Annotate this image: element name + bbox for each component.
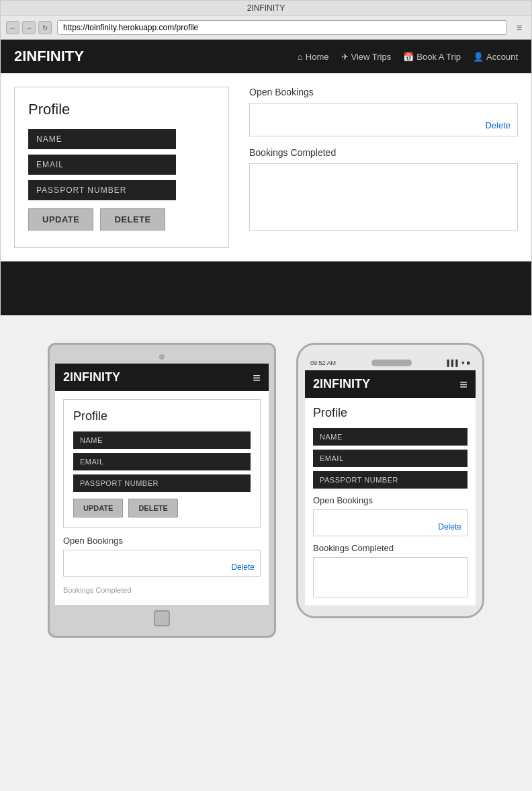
browser-title-bar: 2INFINITY [1, 1, 531, 16]
update-button[interactable]: UPDATE [28, 208, 93, 231]
tablet-completed-label: Bookings Completed [63, 583, 261, 597]
tablet-mockup: 2INFINITY ≡ Profile NAME EMAIL PASSPORT … [48, 343, 276, 638]
phone-passport-field[interactable]: PASSPORT NUMBER [313, 471, 468, 489]
trips-icon: ✈ [341, 52, 349, 62]
section-divider [0, 316, 532, 329]
tablet-passport-field[interactable]: PASSPORT NUMBER [73, 474, 251, 492]
phone-hamburger-icon[interactable]: ≡ [459, 378, 468, 391]
phone-booking-box: Delete [313, 509, 468, 536]
profile-page: Profile NAME EMAIL PASSPORT NUMBER UPDAT… [1, 73, 531, 261]
phone-email-field[interactable]: EMAIL [313, 450, 468, 467]
tablet-camera [159, 354, 165, 360]
browser-nav-buttons: ← → ↻ [6, 21, 52, 34]
tablet-profile-card: Profile NAME EMAIL PASSPORT NUMBER UPDAT… [63, 399, 261, 528]
open-bookings-label: Open Bookings [249, 87, 518, 97]
footer-area [1, 261, 531, 315]
delete-profile-button[interactable]: DELETE [100, 208, 165, 231]
tablet-update-button[interactable]: UPDATE [73, 499, 123, 517]
delete-booking-link[interactable]: Delete [485, 120, 511, 130]
site-logo: 2INFINITY [14, 48, 84, 65]
phone-completed-box [313, 557, 468, 597]
phone-logo: 2INFINITY [313, 377, 370, 391]
name-field[interactable]: NAME [28, 129, 176, 149]
browser-menu-button[interactable]: ≡ [513, 21, 526, 34]
browser-window: 2INFINITY ← → ↻ ≡ 2INFINITY ⌂Home ✈View … [0, 0, 532, 316]
phone-header: 2INFINITY ≡ [305, 370, 476, 398]
email-field[interactable]: EMAIL [28, 155, 176, 175]
passport-field[interactable]: PASSPORT NUMBER [28, 180, 176, 200]
tablet-home-button[interactable] [154, 610, 170, 626]
tablet-logo: 2INFINITY [63, 370, 120, 384]
tablet-profile-title: Profile [73, 409, 251, 423]
website-content: 2INFINITY ⌂Home ✈View Trips 📅Book A Trip… [1, 40, 531, 315]
nav-account[interactable]: 👤Account [473, 52, 518, 62]
mobile-views: 2INFINITY ≡ Profile NAME EMAIL PASSPORT … [0, 329, 532, 651]
phone-mockup: 09:52 AM ▌▌▌ ▾ ■ 2INFINITY ≡ Profile NAM… [296, 343, 484, 618]
account-icon: 👤 [473, 52, 484, 62]
nav-home[interactable]: ⌂Home [298, 52, 329, 62]
phone-signal: ▌▌▌ ▾ ■ [447, 360, 470, 366]
phone-name-field[interactable]: NAME [313, 428, 468, 446]
tablet-hamburger-icon[interactable]: ≡ [253, 371, 261, 384]
phone-profile-title: Profile [313, 406, 468, 420]
site-nav: ⌂Home ✈View Trips 📅Book A Trip 👤Account [298, 52, 518, 62]
tablet-booking-box: Delete [63, 550, 261, 577]
profile-title: Profile [28, 101, 215, 118]
phone-delete-link[interactable]: Delete [438, 522, 461, 532]
phone-open-bookings-label: Open Bookings [313, 495, 468, 505]
phone-notch [371, 360, 412, 366]
phone-screen: 2INFINITY ≡ Profile NAME EMAIL PASSPORT … [305, 370, 476, 606]
browser-toolbar: ← → ↻ ≡ [1, 16, 531, 40]
site-header: 2INFINITY ⌂Home ✈View Trips 📅Book A Trip… [1, 40, 531, 73]
tablet-name-field[interactable]: NAME [73, 431, 251, 449]
browser-title: 2INFINITY [247, 3, 285, 13]
calendar-icon: 📅 [403, 52, 414, 62]
tablet-open-bookings-label: Open Bookings [63, 536, 261, 546]
tablet-header: 2INFINITY ≡ [55, 364, 269, 391]
bookings-section: Open Bookings Delete Bookings Completed [249, 87, 518, 248]
completed-bookings-box [249, 163, 518, 231]
phone-content: Profile NAME EMAIL PASSPORT NUMBER Open … [305, 398, 476, 606]
phone-notch-area: 09:52 AM ▌▌▌ ▾ ■ [305, 358, 476, 370]
forward-button[interactable]: → [22, 21, 36, 34]
tablet-buttons: UPDATE DELETE [73, 499, 251, 517]
tablet-delete-link[interactable]: Delete [231, 563, 255, 572]
nav-view-trips[interactable]: ✈View Trips [341, 52, 392, 62]
tablet-content: Profile NAME EMAIL PASSPORT NUMBER UPDAT… [55, 391, 269, 605]
refresh-button[interactable]: ↻ [38, 21, 52, 34]
profile-card: Profile NAME EMAIL PASSPORT NUMBER UPDAT… [14, 87, 229, 248]
open-bookings-box: Delete [249, 103, 518, 136]
address-bar[interactable] [57, 20, 507, 35]
home-icon: ⌂ [298, 52, 303, 62]
phone-completed-label: Bookings Completed [313, 543, 468, 553]
back-button[interactable]: ← [6, 21, 19, 34]
nav-book-trip[interactable]: 📅Book A Trip [403, 52, 461, 62]
tablet-email-field[interactable]: EMAIL [73, 453, 251, 470]
profile-buttons: UPDATE DELETE [28, 208, 215, 231]
phone-time: 09:52 AM [310, 360, 336, 366]
tablet-screen: 2INFINITY ≡ Profile NAME EMAIL PASSPORT … [55, 364, 269, 605]
completed-bookings-label: Bookings Completed [249, 147, 518, 158]
tablet-delete-button[interactable]: DELETE [128, 499, 177, 517]
